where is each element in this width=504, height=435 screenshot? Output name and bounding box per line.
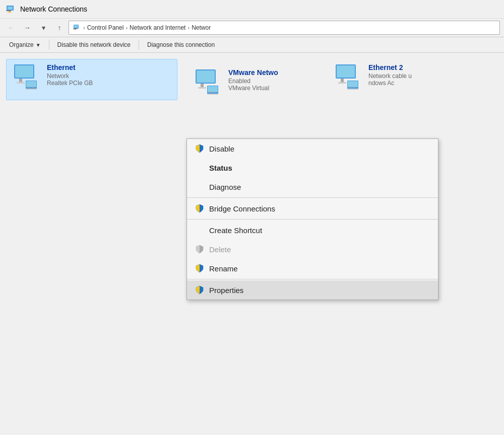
menu-item-rename[interactable]: Rename — [187, 259, 438, 278]
address-part-1: Control Panel — [87, 24, 124, 31]
back-button[interactable]: ← — [4, 21, 18, 35]
svg-rect-27 — [349, 87, 351, 88]
svg-rect-21 — [337, 65, 355, 78]
menu-rename-label: Rename — [209, 264, 238, 273]
svg-rect-23 — [338, 82, 346, 84]
forward-button[interactable]: → — [20, 21, 34, 35]
svg-rect-5 — [8, 12, 12, 13]
menu-item-status[interactable]: Status — [187, 158, 438, 177]
address-part-2: Network and Internet — [130, 24, 185, 31]
ethernet2-computer-icon — [333, 63, 363, 91]
menu-separator-3 — [187, 279, 438, 279]
menu-item-diagnose[interactable]: Diagnose — [187, 177, 438, 196]
menu-properties-label: Properties — [209, 286, 243, 295]
svg-rect-3 — [6, 11, 11, 11]
svg-rect-7 — [74, 25, 78, 28]
svg-rect-13 — [19, 79, 22, 83]
svg-rect-34 — [208, 86, 218, 92]
toolbar: Organize ▼ Disable this network device D… — [0, 37, 504, 53]
nav-bar: ← → ▾ ↑ › Control Panel › Network and In… — [0, 19, 504, 37]
shield-icon-rename — [195, 264, 204, 273]
window-icon — [6, 4, 16, 14]
ethernet2-status: Network cable u — [368, 72, 493, 80]
svg-rect-37 — [213, 92, 215, 93]
context-menu: Disable Status Diagnose Bridge Connectio… — [186, 138, 438, 300]
ethernet-adapter: Realtek PCIe GB — [47, 80, 172, 87]
window-title: Network Connections — [20, 5, 87, 13]
menu-status-label: Status — [209, 164, 232, 172]
svg-rect-18 — [28, 87, 30, 88]
menu-item-bridge[interactable]: Bridge Connections — [187, 199, 438, 218]
menu-item-disable[interactable]: Disable — [187, 139, 438, 158]
svg-rect-26 — [347, 89, 358, 90]
svg-rect-19 — [32, 87, 34, 88]
svg-rect-10 — [75, 29, 76, 30]
svg-rect-22 — [341, 79, 344, 83]
svg-rect-32 — [198, 87, 206, 89]
shield-icon-properties — [195, 285, 204, 295]
svg-rect-17 — [26, 89, 37, 90]
up-button[interactable]: ↑ — [52, 21, 67, 35]
ethernet2-name: Ethernet 2 — [368, 63, 493, 71]
address-bar[interactable]: › Control Panel › Network and Internet ›… — [69, 21, 500, 35]
ethernet2-adapter: ndows Ac — [368, 80, 493, 87]
svg-rect-1 — [8, 7, 13, 10]
ethernet-name: Ethernet — [47, 63, 172, 71]
organize-button[interactable]: Organize ▼ — [4, 39, 46, 50]
menu-item-delete: Delete — [187, 240, 438, 259]
vmware-computer-icon — [193, 68, 223, 96]
menu-item-properties[interactable]: Properties — [187, 280, 438, 300]
menu-shortcut-label: Create Shortcut — [209, 226, 262, 235]
ethernet-info: Ethernet Network Realtek PCIe GB — [47, 63, 172, 87]
menu-separator-2 — [187, 219, 438, 220]
svg-rect-31 — [201, 84, 204, 88]
ethernet-item[interactable]: Ethernet Network Realtek PCIe GB — [6, 59, 177, 100]
diagnose-button[interactable]: Diagnose this connection — [142, 39, 220, 50]
toolbar-separator-2 — [139, 40, 139, 50]
svg-rect-25 — [348, 81, 358, 87]
diagnose-icon-spacer — [195, 182, 204, 191]
status-icon-spacer — [195, 163, 204, 172]
address-part-3: Networ — [192, 24, 211, 31]
main-content: Ethernet Network Realtek PCIe GB Etherne… — [0, 53, 504, 106]
disable-device-button[interactable]: Disable this network device — [52, 39, 136, 50]
ethernet-computer-icon — [12, 63, 42, 91]
shield-icon-delete — [195, 245, 204, 254]
menu-disable-label: Disable — [209, 144, 234, 153]
svg-rect-28 — [353, 87, 355, 88]
svg-rect-36 — [209, 92, 211, 93]
svg-rect-12 — [15, 65, 33, 78]
menu-item-shortcut[interactable]: Create Shortcut — [187, 221, 438, 240]
toolbar-separator-1 — [49, 40, 49, 50]
title-bar: Network Connections — [0, 0, 504, 19]
svg-rect-16 — [26, 81, 36, 87]
svg-rect-8 — [74, 28, 76, 29]
svg-rect-9 — [73, 29, 77, 29]
ethernet2-item[interactable]: Ethernet 2 Network cable u ndows Ac — [328, 59, 499, 95]
dropdown-button[interactable]: ▾ — [36, 21, 50, 35]
svg-rect-4 — [9, 11, 11, 12]
svg-rect-30 — [197, 70, 215, 83]
menu-bridge-label: Bridge Connections — [209, 204, 275, 213]
ethernet2-info: Ethernet 2 Network cable u ndows Ac — [368, 63, 493, 87]
menu-separator-1 — [187, 197, 438, 198]
menu-delete-label: Delete — [209, 245, 231, 254]
shield-icon-disable — [195, 144, 204, 153]
shield-icon-bridge — [195, 204, 204, 213]
svg-rect-14 — [17, 82, 25, 84]
menu-diagnose-label: Diagnose — [209, 183, 241, 191]
svg-rect-35 — [207, 94, 218, 95]
ethernet-status: Network — [47, 72, 172, 80]
address-icon — [73, 24, 81, 32]
shortcut-icon-spacer — [195, 226, 204, 235]
